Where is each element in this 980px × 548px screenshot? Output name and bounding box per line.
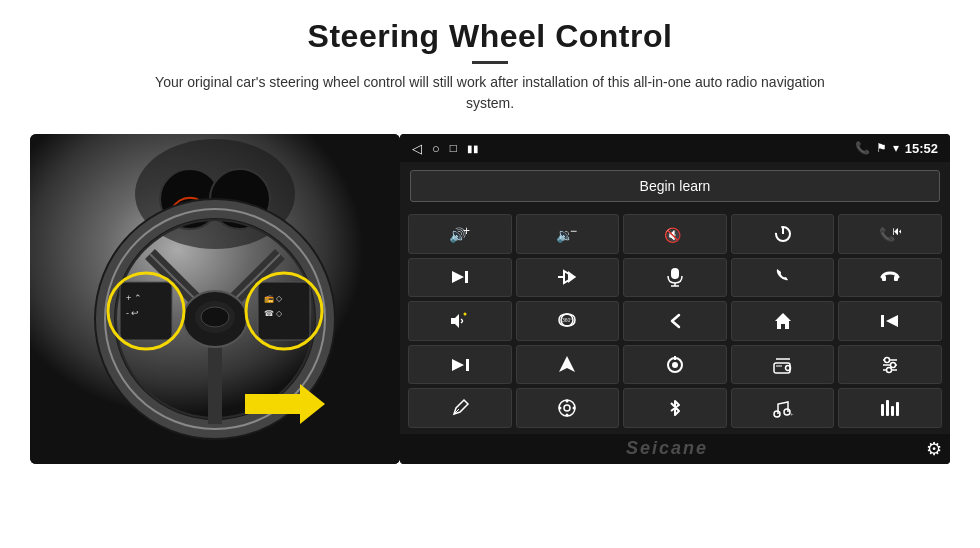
mic-button[interactable]: [623, 258, 727, 298]
phone-status-icon: 📞: [855, 141, 870, 155]
svg-marker-51: [452, 359, 464, 371]
svg-point-44: [463, 312, 466, 315]
content-area: + ⌃ - ↩ 📻 ◇ ☎ ◇: [30, 134, 950, 548]
svg-point-71: [566, 414, 569, 417]
svg-text:+  ⌃: + ⌃: [126, 293, 142, 303]
svg-rect-42: [894, 276, 898, 281]
pen-button[interactable]: [408, 388, 512, 428]
svg-marker-43: [451, 314, 459, 328]
navigation-button[interactable]: [516, 345, 620, 385]
status-bar-right: 📞 ⚑ ▾ 15:52: [855, 141, 938, 156]
svg-rect-79: [896, 402, 899, 416]
svg-rect-77: [886, 400, 889, 416]
menu-button[interactable]: [516, 388, 620, 428]
svg-point-72: [559, 407, 562, 410]
svg-marker-52: [559, 356, 575, 372]
phone-prev-button[interactable]: 📞 ⏮: [838, 214, 942, 254]
location-icon: ⚑: [876, 141, 887, 155]
page-subtitle: Your original car's steering wheel contr…: [130, 72, 850, 114]
svg-marker-49: [886, 315, 898, 327]
signal-icon: ▮▮: [467, 143, 479, 154]
begin-learn-row: Begin learn: [400, 162, 950, 210]
svg-text:🔇: 🔇: [664, 227, 682, 243]
svg-rect-41: [882, 276, 886, 281]
svg-point-64: [891, 362, 896, 367]
wifi-icon: ▾: [893, 141, 899, 155]
svg-text:+: +: [463, 225, 470, 238]
eq-sliders-button[interactable]: [838, 345, 942, 385]
title-section: Steering Wheel Control Your original car…: [30, 18, 950, 114]
status-bar-nav: ◁ ○ □ ▮▮: [412, 141, 479, 156]
svg-point-70: [573, 407, 576, 410]
svg-rect-34: [465, 271, 468, 283]
radio-button[interactable]: [731, 345, 835, 385]
bluetooth-button[interactable]: [623, 388, 727, 428]
brand-watermark: Seicane: [408, 438, 926, 460]
camera-360-button[interactable]: 360°: [516, 301, 620, 341]
svg-text:360°: 360°: [562, 317, 572, 323]
begin-learn-button[interactable]: Begin learn: [410, 170, 940, 202]
home-button[interactable]: [731, 301, 835, 341]
svg-text:−: −: [570, 225, 577, 238]
svg-point-69: [566, 400, 569, 403]
source-button[interactable]: [623, 345, 727, 385]
page-container: Steering Wheel Control Your original car…: [0, 0, 980, 548]
svg-rect-78: [891, 406, 894, 416]
equalizer-button[interactable]: [838, 388, 942, 428]
svg-point-73: [774, 411, 780, 417]
power-button[interactable]: [731, 214, 835, 254]
bottom-bar: Seicane ⚙: [400, 434, 950, 464]
svg-marker-33: [452, 271, 464, 283]
svg-text:-  ↩: - ↩: [126, 308, 140, 318]
car-image: + ⌃ - ↩ 📻 ◇ ☎ ◇: [30, 134, 400, 464]
svg-rect-38: [671, 268, 679, 279]
svg-point-65: [887, 367, 892, 372]
end-call-button[interactable]: [838, 258, 942, 298]
svg-point-57: [785, 365, 790, 370]
vol-up-button[interactable]: 🔊+: [408, 214, 512, 254]
mute-button[interactable]: 🔇: [623, 214, 727, 254]
fast-forward-button[interactable]: [516, 258, 620, 298]
nav-home-icon[interactable]: ○: [432, 141, 440, 156]
music-button[interactable]: ⁺: [731, 388, 835, 428]
svg-point-54: [672, 362, 678, 368]
android-screen: ◁ ○ □ ▮▮ 📞 ⚑ ▾ 15:52 Begin learn: [400, 134, 950, 464]
status-bar: ◁ ○ □ ▮▮ 📞 ⚑ ▾ 15:52: [400, 134, 950, 162]
next-button[interactable]: [408, 258, 512, 298]
svg-point-63: [885, 357, 890, 362]
rewind-button[interactable]: [838, 301, 942, 341]
svg-marker-47: [775, 313, 791, 329]
svg-text:📻 ◇: 📻 ◇: [264, 293, 283, 303]
svg-text:☎  ◇: ☎ ◇: [264, 309, 283, 318]
controls-grid: 🔊+ 🔉− 🔇 📞 ⏮: [400, 210, 950, 434]
svg-text:⏮: ⏮: [892, 225, 901, 238]
call-button[interactable]: [731, 258, 835, 298]
svg-point-15: [201, 307, 229, 327]
clock: 15:52: [905, 141, 938, 156]
svg-text:⁺: ⁺: [790, 412, 794, 418]
page-title: Steering Wheel Control: [30, 18, 950, 55]
back-button[interactable]: [623, 301, 727, 341]
svg-point-68: [564, 405, 570, 411]
speaker-button[interactable]: [408, 301, 512, 341]
svg-rect-48: [881, 315, 884, 327]
nav-recents-icon[interactable]: □: [450, 141, 457, 155]
svg-rect-56: [774, 363, 790, 373]
settings-gear-icon[interactable]: ⚙: [926, 438, 942, 460]
ff-button[interactable]: [408, 345, 512, 385]
svg-rect-76: [881, 404, 884, 416]
svg-marker-37: [568, 271, 576, 283]
vol-down-button[interactable]: 🔉−: [516, 214, 620, 254]
steering-wheel-scene: + ⌃ - ↩ 📻 ◇ ☎ ◇: [30, 134, 400, 464]
nav-back-icon[interactable]: ◁: [412, 141, 422, 156]
svg-rect-50: [466, 359, 469, 371]
title-divider: [472, 61, 508, 64]
